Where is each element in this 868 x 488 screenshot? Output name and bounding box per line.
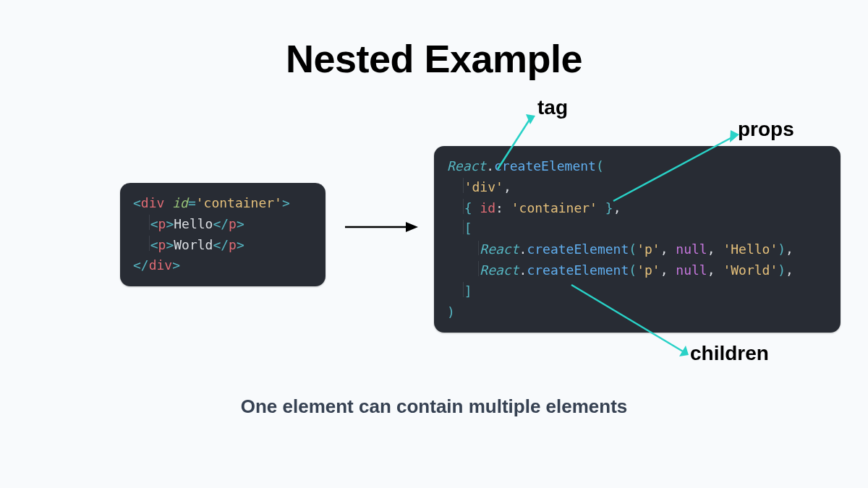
jsx-line-1: <div id='container'> [133, 193, 312, 214]
ce-line-4: [ [447, 218, 827, 239]
ce-line-6: React.createElement('p', null, 'World'), [447, 260, 827, 281]
svg-marker-1 [526, 114, 535, 124]
jsx-line-4: </div> [133, 255, 312, 276]
jsx-line-2: <p>Hello</p> [133, 214, 312, 235]
ce-line-2: 'div', [447, 177, 827, 198]
code-block-jsx: <div id='container'> <p>Hello</p> <p>Wor… [120, 183, 326, 286]
caption: One element can contain multiple element… [0, 395, 868, 418]
ce-line-5: React.createElement('p', null, 'Hello'), [447, 239, 827, 260]
slide: Nested Example <div id='container'> <p>H… [0, 0, 868, 488]
svg-marker-0 [406, 222, 418, 232]
label-children: children [690, 342, 769, 365]
label-props: props [738, 118, 794, 141]
ce-line-1: React.createElement( [447, 156, 827, 177]
slide-title: Nested Example [0, 36, 868, 81]
ce-line-3: { id: 'container' }, [447, 198, 827, 219]
jsx-line-3: <p>World</p> [133, 235, 312, 256]
ce-line-7: ] [447, 281, 827, 302]
svg-marker-3 [679, 346, 689, 356]
label-tag: tag [537, 96, 568, 119]
ce-line-8: ) [447, 302, 827, 323]
code-block-create-element: React.createElement( 'div', { id: 'conta… [434, 146, 841, 333]
